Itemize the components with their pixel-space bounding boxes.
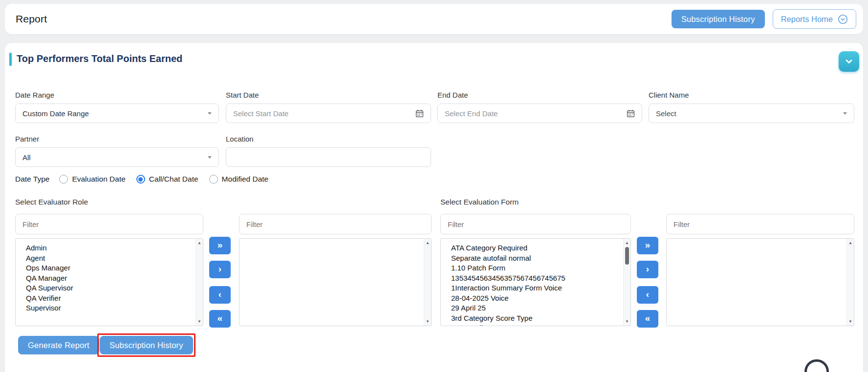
- reports-home-button[interactable]: Reports Home: [773, 9, 856, 29]
- scrollbar-thumb[interactable]: [625, 247, 629, 265]
- collapse-panel-button[interactable]: [839, 51, 859, 72]
- chevron-down-icon: [845, 57, 853, 66]
- partial-circle-widget[interactable]: [804, 359, 829, 372]
- scrollbar-up-icon[interactable]: ▲: [847, 241, 854, 245]
- client-name-select[interactable]: Select: [649, 103, 854, 123]
- scrollbar-up-icon[interactable]: ▲: [424, 241, 431, 245]
- scrollbar-up-icon[interactable]: ▲: [196, 241, 203, 245]
- evaluation-form-label: Select Evaluation Form: [440, 198, 519, 207]
- list-item[interactable]: QA Verifier: [26, 293, 193, 304]
- radio-circle-icon: [136, 175, 145, 184]
- date-range-select[interactable]: Custom Date Range: [15, 103, 219, 123]
- transfer-button[interactable]: ‹: [637, 286, 658, 304]
- evaluator-role-transfer-buttons: »›‹«: [209, 237, 231, 328]
- date-type-options: Evaluation Date Call/Chat Date Modified …: [59, 175, 268, 184]
- calendar-icon[interactable]: [627, 109, 635, 118]
- list-item[interactable]: QA Supervisor: [26, 283, 193, 293]
- transfer-button[interactable]: »: [209, 237, 231, 254]
- location-label: Location: [226, 135, 254, 143]
- transfer-button[interactable]: ‹: [209, 286, 231, 304]
- list-item[interactable]: Agent: [26, 253, 193, 264]
- location-text-input[interactable]: [233, 148, 424, 166]
- page-title: Report: [16, 13, 47, 25]
- evaluator-role-selected-list[interactable]: ▲ ▼: [239, 238, 432, 326]
- reports-home-label: Reports Home: [781, 15, 833, 24]
- date-type-radio[interactable]: Evaluation Date: [59, 175, 125, 184]
- date-type-radio[interactable]: Call/Chat Date: [136, 175, 198, 184]
- start-date-input[interactable]: [226, 103, 431, 123]
- client-name-label: Client Name: [649, 91, 689, 99]
- transfer-button[interactable]: ›: [209, 261, 231, 278]
- date-range-value: Custom Date Range: [22, 109, 204, 118]
- list-item[interactable]: 3rd Category Score Type: [451, 313, 621, 324]
- start-date-label: Start Date: [226, 91, 259, 99]
- chevron-down-circle-icon: [838, 14, 848, 24]
- scrollbar-down-icon[interactable]: ▼: [847, 319, 854, 324]
- radio-circle-icon: [59, 175, 68, 184]
- date-range-label: Date Range: [15, 91, 54, 99]
- chevron-down-icon: [208, 112, 212, 115]
- generate-report-button[interactable]: Generate Report: [18, 336, 99, 354]
- client-name-value: Select: [656, 109, 839, 118]
- evaluator-role-filter-input[interactable]: [15, 214, 203, 234]
- evaluator-role-label: Select Evaluator Role: [15, 198, 88, 207]
- chevron-down-icon: [208, 156, 212, 159]
- list-item[interactable]: 1353454563456357567456745675: [451, 273, 621, 284]
- start-date-text-input[interactable]: [233, 104, 415, 123]
- list-item[interactable]: Ops Manager: [26, 263, 193, 273]
- scrollbar-down-icon[interactable]: ▼: [196, 319, 203, 324]
- list-item[interactable]: AI Compliance Form CB: [451, 323, 621, 326]
- evaluation-form-selected-filter-input[interactable]: [666, 214, 854, 234]
- scrollbar[interactable]: ▲ ▼: [846, 239, 854, 326]
- transfer-button[interactable]: «: [209, 310, 231, 328]
- radio-label: Call/Chat Date: [149, 175, 198, 184]
- end-date-input[interactable]: [437, 103, 642, 123]
- radio-label: Modified Date: [222, 175, 269, 184]
- evaluation-form-transfer-buttons: »›‹«: [637, 237, 658, 328]
- evaluation-form-filter-input[interactable]: [440, 214, 631, 234]
- list-item[interactable]: Separate autofail normal: [451, 253, 621, 264]
- partner-select[interactable]: All: [15, 147, 219, 167]
- evaluator-role-available-list[interactable]: AdminAgentOps ManagerQA ManagerQA Superv…: [15, 238, 203, 326]
- report-title: Top Performers Total Points Earned: [17, 53, 182, 64]
- partner-label: Partner: [15, 135, 39, 143]
- end-date-label: End Date: [437, 91, 468, 99]
- radio-label: Evaluation Date: [72, 175, 125, 184]
- report-filter-panel: Top Performers Total Points Earned Date …: [5, 43, 863, 372]
- highlight-red-box: Subscription History: [97, 333, 195, 357]
- evaluation-form-selected-list[interactable]: ▲ ▼: [666, 238, 854, 326]
- date-type-radio[interactable]: Modified Date: [209, 175, 269, 184]
- transfer-button[interactable]: »: [637, 237, 658, 254]
- list-item[interactable]: 1.10 Patch Form: [451, 263, 621, 273]
- date-type-row: Date Type Evaluation Date Call/Chat Date…: [15, 175, 268, 184]
- scrollbar[interactable]: ▲ ▼: [424, 239, 431, 326]
- date-type-label: Date Type: [15, 175, 49, 184]
- calendar-icon[interactable]: [415, 109, 424, 118]
- list-item[interactable]: ATA Category Required: [451, 243, 621, 253]
- scrollbar-down-icon[interactable]: ▼: [624, 319, 630, 324]
- subscription-history-header-button[interactable]: Subscription History: [672, 10, 765, 28]
- list-item[interactable]: Admin: [26, 243, 193, 253]
- subscription-history-button[interactable]: Subscription History: [100, 336, 193, 354]
- transfer-button[interactable]: «: [637, 310, 658, 328]
- transfer-button[interactable]: ›: [637, 261, 658, 278]
- list-item[interactable]: 29 April 25: [451, 303, 621, 313]
- header-actions: Subscription History Reports Home: [672, 9, 856, 29]
- top-header-bar: Report Subscription History Reports Home: [5, 4, 863, 34]
- location-input[interactable]: [226, 147, 431, 167]
- evaluation-form-available-list[interactable]: ATA Category RequiredSeparate autofail n…: [440, 238, 631, 326]
- partner-value: All: [22, 153, 204, 162]
- scrollbar[interactable]: ▲ ▼: [195, 239, 203, 326]
- scrollbar-down-icon[interactable]: ▼: [424, 319, 431, 324]
- scrollbar-up-icon[interactable]: ▲: [624, 241, 630, 245]
- list-item[interactable]: 28-04-2025 Voice: [451, 293, 621, 304]
- list-item[interactable]: QA Manager: [26, 273, 193, 284]
- end-date-text-input[interactable]: [445, 104, 627, 123]
- scrollbar[interactable]: ▲ ▼: [623, 239, 630, 326]
- evaluator-role-selected-filter-input[interactable]: [239, 214, 432, 234]
- list-item[interactable]: Supervisor: [26, 303, 193, 313]
- title-accent-bar: [9, 53, 12, 66]
- chevron-down-icon: [843, 112, 847, 115]
- radio-circle-icon: [209, 175, 218, 184]
- list-item[interactable]: 1Interaction Summary Form Voice: [451, 283, 621, 293]
